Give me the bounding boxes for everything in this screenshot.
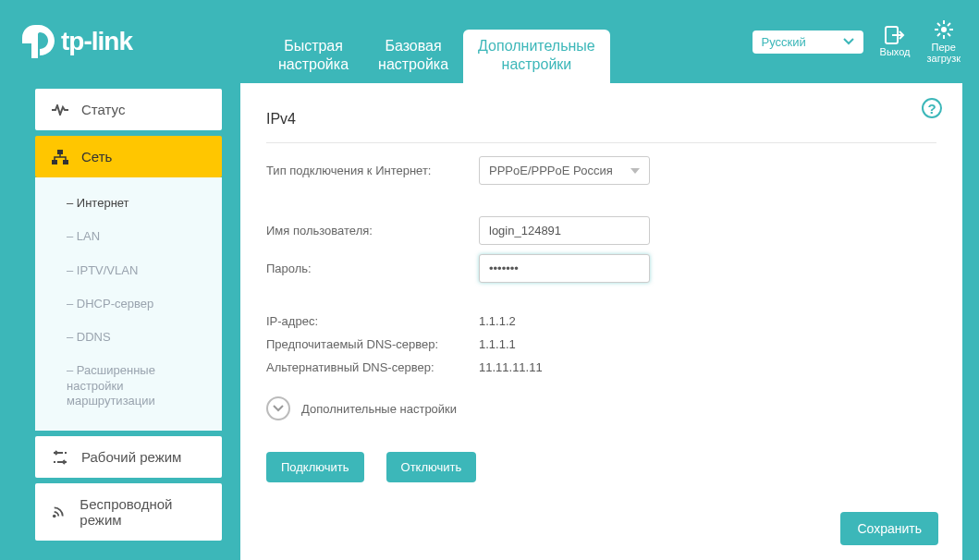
tab-quick-setup[interactable]: Быстрая настройка [263,30,363,83]
network-icon [52,150,68,164]
tab-advanced[interactable]: Дополнительныенастройки [463,30,610,83]
sidebar-sub-routing[interactable]: Расширенные настройки маршрутизации [35,354,222,418]
reload-icon [934,19,954,40]
sidebar-item-opmode[interactable]: Рабочий режим [35,436,222,478]
svg-rect-10 [57,150,63,154]
sidebar-sub-iptv[interactable]: IPTV/VLAN [35,254,222,287]
divider [266,142,936,143]
svg-line-6 [937,23,940,26]
sidebar-item-network[interactable]: Сеть [35,136,222,177]
dns2-label: Альтернативный DNS-сервер: [266,360,479,374]
ip-label: IP-адрес: [266,314,479,328]
password-label: Пароль: [266,262,479,275]
sidebar-sub-lan[interactable]: LAN [35,220,222,253]
mode-icon [52,450,68,465]
sidebar-item-wireless[interactable]: Беспроводной режим [35,483,222,541]
ip-value: 1.1.1.2 [479,314,516,328]
chevron-down-icon [630,168,640,174]
svg-point-1 [941,27,947,32]
svg-rect-12 [63,160,68,164]
page-title: IPv4 [266,100,936,142]
chevron-down-icon [843,38,854,45]
dns2-value: 11.11.11.11 [479,360,543,374]
sidebar-item-status[interactable]: Статус [35,89,222,130]
logout-icon [885,26,905,44]
logout-button[interactable]: Выход [880,26,911,57]
chevron-down-icon [266,396,290,420]
password-input[interactable] [479,254,650,283]
tab-basic[interactable]: Базоваянастройка [363,30,463,83]
wifi-icon [52,505,67,519]
username-input[interactable] [479,216,650,245]
sidebar-sub-dhcp[interactable]: DHCP-сервер [35,287,222,321]
brand-name: tp-link [61,27,132,56]
sidebar-sub-ddns[interactable]: DDNS [35,321,222,354]
svg-line-8 [937,33,940,36]
svg-rect-11 [52,160,57,164]
language-value: Русский [762,35,806,49]
brand-logo: tp-link [18,23,231,60]
sidebar-sub-internet[interactable]: Интернет [35,187,222,220]
disconnect-button[interactable]: Отключить [386,452,477,482]
conn-type-label: Тип подключения к Интернет: [266,164,479,177]
conn-type-select[interactable]: PPPoE/PPPoE Россия [479,156,650,185]
username-label: Имя пользователя: [266,224,479,237]
connect-button[interactable]: Подключить [266,452,364,482]
save-button[interactable]: Сохранить [840,512,938,545]
language-select[interactable]: Русский [753,30,863,54]
svg-line-7 [948,33,950,36]
advanced-expander[interactable]: Дополнительные настройки [266,396,936,420]
tplink-logo-icon [18,23,55,60]
dns1-value: 1.1.1.1 [479,337,516,351]
svg-line-9 [948,23,950,26]
svg-point-13 [53,515,56,518]
reload-button[interactable]: Пере загрузк [926,19,961,64]
dns1-label: Предпочитаемый DNS-сервер: [266,337,479,351]
pulse-icon [52,104,68,116]
help-button[interactable]: ? [922,98,942,118]
